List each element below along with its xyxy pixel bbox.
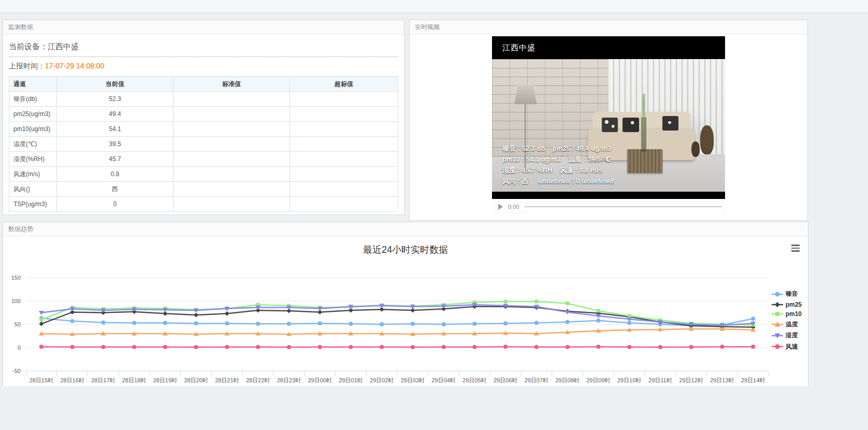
chart-point[interactable]	[101, 320, 105, 324]
table-cell-standard	[173, 137, 290, 152]
video-seek-bar[interactable]	[524, 206, 722, 207]
chart-point[interactable]	[70, 319, 75, 323]
table-cell-exceed	[290, 122, 398, 137]
chart-point[interactable]	[194, 345, 198, 349]
photo-pillow	[662, 116, 679, 131]
table-cell-exceed	[290, 182, 398, 197]
trend-chart-area: 最近24小时实时数据 -5005010015028日15时28日16时28日17…	[3, 236, 808, 386]
chart-point[interactable]	[566, 320, 570, 324]
chart-point[interactable]	[628, 314, 631, 318]
chart-point[interactable]	[132, 345, 136, 349]
table-cell-exceed	[290, 197, 398, 212]
chart-point[interactable]	[287, 322, 291, 326]
chart-point[interactable]	[689, 345, 693, 349]
chart-point[interactable]	[503, 321, 508, 325]
table-row: 风向()西	[9, 182, 398, 197]
legend-item-风速[interactable]: 风速	[772, 342, 802, 351]
chart-point[interactable]	[380, 345, 384, 349]
channel-table: 通道当前值标准值超标值 噪音(db)52.3pm25(ug/m3)49.4pm1…	[9, 76, 398, 212]
legend-item-pm10[interactable]: pm10	[772, 310, 802, 318]
video-player[interactable]: 江西中盛 噪音 : 52.3 db pm25 : 49.4 ug/m3pm10	[492, 36, 725, 199]
play-icon[interactable]	[498, 204, 503, 210]
chart-point[interactable]	[596, 345, 600, 349]
chart-point[interactable]	[256, 345, 260, 349]
chart-point[interactable]	[101, 345, 105, 349]
table-cell-channel: 湿度(%RH)	[9, 152, 57, 167]
svg-text:28日19时: 28日19时	[153, 377, 177, 383]
chart-point[interactable]	[132, 321, 136, 325]
chart-point[interactable]	[534, 345, 539, 349]
table-row: pm25(ug/m3)49.4	[9, 107, 398, 122]
hamburger-menu-icon[interactable]	[791, 245, 800, 253]
video-panel-title: 实时视频	[410, 20, 807, 34]
chart-point[interactable]	[566, 345, 570, 349]
table-cell-current: 39.5	[57, 137, 173, 152]
chart-point[interactable]	[658, 345, 662, 349]
monitor-panel-body: 当前设备：江西中盛 上报时间：17-07-29 14:08:00 通道当前值标准…	[3, 34, 404, 216]
chart-point[interactable]	[534, 321, 539, 325]
chart-point[interactable]	[751, 345, 755, 349]
chart-point[interactable]	[534, 299, 538, 303]
svg-text:29日12时: 29日12时	[679, 377, 703, 383]
chart-point[interactable]	[380, 322, 384, 326]
chart-point[interactable]	[442, 322, 446, 326]
svg-text:28日21时: 28日21时	[215, 377, 239, 383]
legend-item-噪音[interactable]: 噪音	[772, 290, 802, 298]
chart-point[interactable]	[163, 321, 167, 325]
chart-point[interactable]	[225, 321, 229, 325]
legend-label: 湿度	[786, 331, 798, 340]
chart-point[interactable]	[411, 345, 415, 349]
svg-text:29日05时: 29日05时	[462, 377, 486, 383]
chart-point[interactable]	[627, 345, 631, 349]
chart-point[interactable]	[720, 345, 724, 349]
photo-pillow	[602, 118, 618, 132]
chart-point[interactable]	[194, 321, 198, 325]
channel-table-header: 通道	[9, 77, 57, 92]
chart-point[interactable]	[287, 345, 291, 349]
chart-point[interactable]	[504, 299, 508, 303]
table-cell-channel: 温度(℃)	[9, 137, 57, 152]
legend-item-湿度[interactable]: 湿度	[772, 331, 802, 340]
table-cell-current: 0.8	[57, 167, 173, 182]
chart-point[interactable]	[256, 322, 260, 326]
chart-point[interactable]	[318, 345, 322, 349]
chart-point[interactable]	[751, 317, 755, 321]
chart-legend: 噪音pm25pm10温度湿度风速	[772, 290, 802, 351]
chart-point[interactable]	[70, 345, 75, 349]
photo-pillow	[623, 118, 639, 132]
chart-point[interactable]	[225, 311, 229, 316]
chart-point[interactable]	[503, 345, 508, 349]
legend-marker-icon	[772, 311, 783, 317]
chart-point[interactable]	[349, 322, 353, 326]
chart-point[interactable]	[472, 345, 476, 349]
chart-point[interactable]	[194, 313, 198, 318]
chart-point[interactable]	[318, 321, 322, 325]
chart-point[interactable]	[349, 345, 353, 349]
chart-point[interactable]	[39, 345, 44, 349]
table-cell-channel: TSP(ug/m3)	[9, 197, 57, 212]
chart-point[interactable]	[596, 319, 600, 323]
legend-label: 温度	[786, 320, 798, 329]
chart-point[interactable]	[442, 345, 446, 349]
table-cell-exceed	[290, 107, 398, 122]
table-cell-current: 54.1	[57, 122, 173, 137]
photo-plant	[641, 94, 646, 152]
legend-item-温度[interactable]: 温度	[772, 320, 802, 329]
chart-point[interactable]	[472, 322, 476, 326]
chart-point[interactable]	[411, 322, 415, 326]
chart-title: 最近24小时实时数据	[3, 236, 808, 256]
series-line-风速	[41, 347, 753, 347]
legend-label: 风速	[786, 342, 798, 351]
table-row: 噪音(db)52.3	[9, 92, 398, 107]
chart-point[interactable]	[39, 322, 44, 326]
video-overlay-line: 噪音 : 52.3 db pm25 : 49.4 ug/m3	[502, 143, 614, 154]
chart-point[interactable]	[566, 302, 569, 305]
chart-point[interactable]	[225, 345, 229, 349]
table-row: 风速(m/s)0.8	[9, 167, 398, 182]
chart-point[interactable]	[163, 345, 167, 349]
chart-point[interactable]	[597, 309, 600, 312]
legend-marker-icon	[772, 321, 783, 327]
legend-item-pm25[interactable]: pm25	[772, 301, 802, 308]
chart-point[interactable]	[39, 318, 43, 322]
video-data-overlay: 噪音 : 52.3 db pm25 : 49.4 ug/m3pm10 : 54.…	[492, 143, 614, 187]
